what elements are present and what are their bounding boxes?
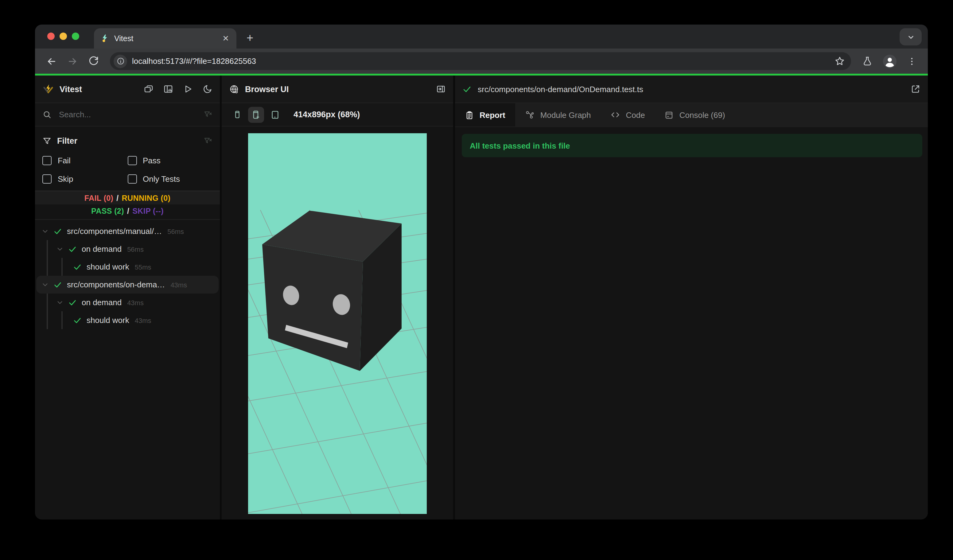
results-header: src/components/on-demand/OnDemand.test.t… [455,76,928,103]
screen: Vitest ✕ + localhost:5173/# [0,0,953,560]
tab-report[interactable]: Report [455,103,515,127]
test-duration: 56ms [127,245,144,253]
test-duration: 43ms [127,299,144,306]
device-tablet-icon[interactable] [267,107,283,123]
pass-check-icon [53,280,63,289]
tab-code[interactable]: Code [601,103,655,127]
device-mobile-small-icon[interactable] [229,107,245,123]
checkbox-label: Pass [143,156,161,165]
traffic-lights [47,33,79,40]
clipboard-icon [465,110,474,119]
results-tab-bar: ReportModule GraphCodeConsole (69) [455,103,928,127]
test-duration: 43ms [171,281,187,288]
close-window-button[interactable] [47,33,55,40]
pass-check-icon [463,84,472,94]
status-line-2: PASS (2) / SKIP (--) [35,205,220,217]
tab-search-chevron-button[interactable] [900,28,922,45]
new-tab-button[interactable]: + [241,29,259,47]
filter-checkbox-pass[interactable]: Pass [127,151,213,169]
preview-canvas-area [222,127,453,520]
tab-module-graph[interactable]: Module Graph [515,103,601,127]
filter-title: Filter [57,136,78,145]
pass-check-icon [73,262,82,271]
browser-preview-panel: Browser UI 414x896px (68%) [222,76,455,520]
browser-toolbar: localhost:5173/#/?file=1828625563 [35,48,928,74]
tab-close-icon[interactable]: ✕ [221,33,230,43]
dashboard-report-icon[interactable] [163,84,173,94]
forward-button[interactable] [64,53,81,69]
zoom-window-button[interactable] [72,33,79,40]
clear-search-filter-icon[interactable] [203,110,213,119]
checkbox[interactable] [42,156,51,165]
chevron-down-icon[interactable] [55,245,64,253]
app-title: Vitest [60,84,82,94]
status-separator: / [116,194,118,202]
status-summary: FAIL (0) / RUNNING (0) PASS (2) / SKIP (… [35,191,220,220]
chevron-down-icon[interactable] [55,298,64,306]
tests-passed-banner: All tests passed in this file [462,134,922,157]
test-label: src/components/manual/… [67,226,162,236]
checkbox-label: Fail [58,156,71,165]
pass-check-icon [53,227,63,236]
checkbox[interactable] [127,174,137,183]
open-external-icon[interactable] [911,84,920,94]
checkbox[interactable] [127,156,137,165]
test-case-row[interactable]: should work43ms [36,311,219,329]
graph-icon [525,110,535,120]
back-button[interactable] [43,53,60,69]
pass-check-icon [68,245,78,253]
site-info-icon[interactable] [113,54,127,68]
pass-count: PASS (2) [91,206,124,215]
test-file-path: src/components/on-demand/OnDemand.test.t… [478,84,643,94]
test-case-row[interactable]: should work55ms [36,258,219,276]
checkbox[interactable] [42,174,51,183]
experiments-flask-icon[interactable] [862,56,872,66]
url-text[interactable]: localhost:5173/#/?file=1828625563 [132,56,835,66]
test-file-row[interactable]: src/components/on-dema…43ms [36,276,219,293]
fail-count: FAIL (0) [84,194,113,202]
test-file-row[interactable]: src/components/manual/…56ms [36,222,219,240]
checkbox-label: Skip [58,174,73,183]
browser-tab-vitest[interactable]: Vitest ✕ [94,28,236,48]
skip-count: SKIP (--) [132,206,164,215]
bookmark-star-icon[interactable] [835,56,845,66]
profile-avatar[interactable] [882,54,897,68]
tab-console-69[interactable]: Console (69) [655,103,735,127]
dark-mode-moon-icon[interactable] [203,84,213,94]
dock-windows-icon[interactable] [144,84,154,94]
filter-checkbox-skip[interactable]: Skip [42,169,127,188]
address-bar[interactable]: localhost:5173/#/?file=1828625563 [110,52,851,70]
vitest-logo [42,83,54,95]
tested-app-viewport[interactable] [248,133,427,514]
filter-checkbox-fail[interactable]: Fail [42,151,127,169]
filter-section: Filter FailPassSkipOnly Tests [35,127,220,191]
filter-checkbox-only-tests[interactable]: Only Tests [127,169,213,188]
test-label: on demand [82,244,121,254]
pass-check-icon [68,298,78,307]
test-suite-row[interactable]: on demand43ms [36,293,219,311]
dock-panel-right-icon[interactable] [436,84,446,94]
vitest-favicon [100,34,109,43]
status-line-1: FAIL (0) / RUNNING (0) [35,191,220,205]
preview-header: Browser UI [222,76,453,103]
clear-filter-icon[interactable] [203,136,213,145]
chevron-down-icon[interactable] [40,281,50,289]
device-toolbar: 414x896px (68%) [222,103,453,127]
search-input[interactable] [58,109,203,120]
test-duration: 55ms [135,263,151,270]
reload-button[interactable] [85,53,101,69]
tab-label: Console (69) [680,110,725,119]
run-all-tests-icon[interactable] [183,84,193,94]
test-suite-row[interactable]: on demand56ms [36,240,219,258]
preview-title: Browser UI [245,84,289,94]
device-mobile-plus-icon[interactable] [248,107,264,123]
chevron-down-icon[interactable] [40,227,50,235]
test-label: src/components/on-dema… [67,280,165,289]
code-icon [611,110,621,120]
test-label: should work [87,262,129,271]
search-row [35,103,220,127]
browser-menu-icon[interactable] [907,56,917,66]
test-duration: 43ms [135,316,151,324]
minimize-window-button[interactable] [60,33,67,40]
test-tree: src/components/manual/…56mson demand56ms… [35,220,220,329]
